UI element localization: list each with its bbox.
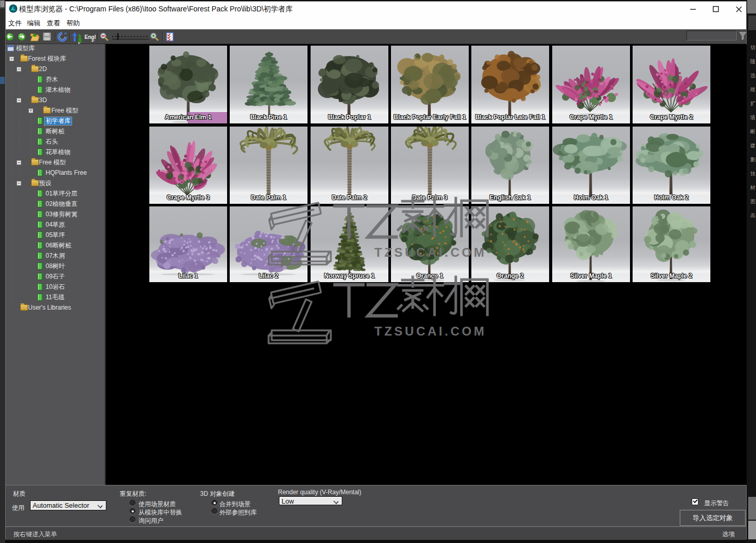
svg-text:Engl: Engl — [85, 34, 96, 40]
